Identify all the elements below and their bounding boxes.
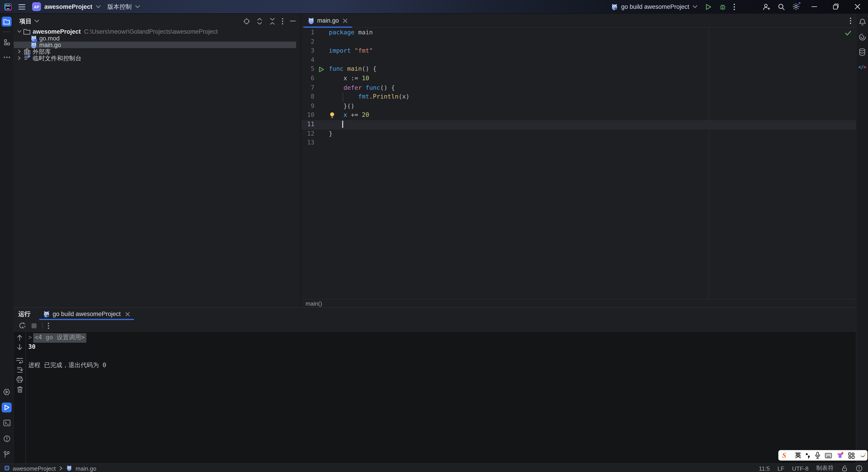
voice-input-icon[interactable] <box>815 452 820 459</box>
close-button[interactable] <box>850 0 865 13</box>
print-icon[interactable] <box>16 376 23 383</box>
code-line-6[interactable]: 6 x := 10 <box>301 74 856 84</box>
clear-all-icon[interactable] <box>16 386 23 393</box>
tree-item-go.mod[interactable]: go.mod <box>14 35 301 41</box>
console-options-icon[interactable] <box>48 322 49 329</box>
database-icon[interactable] <box>857 47 867 57</box>
line-number[interactable]: 1 <box>301 28 314 37</box>
intention-bulb-icon[interactable] <box>329 112 335 119</box>
panel-options-icon[interactable] <box>282 18 283 25</box>
line-number[interactable]: 5 <box>301 65 314 74</box>
ime-language-toggle[interactable]: 英 <box>795 451 801 460</box>
close-tab-icon[interactable] <box>343 18 348 23</box>
line-number[interactable]: 13 <box>301 138 314 148</box>
inspections-status-icon[interactable] <box>845 31 851 36</box>
line-number[interactable]: 10 <box>301 111 314 120</box>
tree-item-awesomeProject[interactable]: awesomeProjectC:\Users\meowr\GolandProje… <box>14 28 301 35</box>
status-file[interactable]: main.go <box>76 465 96 471</box>
rerun-button[interactable] <box>19 322 26 329</box>
main-menu-icon[interactable] <box>18 4 26 10</box>
readonly-toggle-icon[interactable] <box>841 465 848 471</box>
scroll-to-end-icon[interactable] <box>16 367 23 373</box>
run-config-selector[interactable]: go build awesomeProject <box>611 3 698 10</box>
virtual-keyboard-icon[interactable] <box>825 452 832 458</box>
terminal-tool-button[interactable] <box>2 418 11 428</box>
code-line-7[interactable]: 7 defer func() { <box>301 84 856 93</box>
caret-position-widget[interactable]: 11:5 <box>759 465 770 471</box>
chevron-down-icon[interactable] <box>16 30 23 33</box>
endpoints-icon[interactable]: </> <box>857 62 867 72</box>
code-line-9[interactable]: 9 }() <box>301 102 856 111</box>
project-switcher[interactable]: AP awesomeProject <box>32 2 101 11</box>
select-opened-file-icon[interactable] <box>243 18 250 25</box>
expand-fold-icon[interactable]: > <box>28 333 32 343</box>
next-occurrence-icon[interactable] <box>17 344 23 350</box>
line-separator-widget[interactable]: LF <box>778 465 784 471</box>
breadcrumb-item[interactable]: main() <box>306 300 322 307</box>
collapse-all-icon[interactable] <box>269 18 276 25</box>
more-actions-icon[interactable] <box>734 3 735 10</box>
editor-tab-options-icon[interactable] <box>850 17 851 24</box>
settings-icon[interactable] <box>792 3 800 10</box>
error-notifications-icon[interactable] <box>856 465 862 471</box>
code-line-5[interactable]: 5func main() { <box>301 65 856 74</box>
line-number[interactable]: 4 <box>301 56 314 65</box>
soft-wrap-icon[interactable] <box>16 357 23 364</box>
line-number[interactable]: 6 <box>301 74 314 84</box>
project-tool-button[interactable] <box>2 17 11 27</box>
punctuation-toggle-icon[interactable] <box>806 452 811 459</box>
code-with-me-icon[interactable] <box>763 3 771 10</box>
editor[interactable]: 1package main23import "fmt"45func main()… <box>301 28 856 299</box>
code-line-3[interactable]: 3import "fmt" <box>301 46 856 56</box>
close-run-tab-icon[interactable] <box>125 312 130 316</box>
chevron-right-icon[interactable] <box>16 56 23 60</box>
ime-emoji-icon[interactable] <box>859 451 867 459</box>
run-line-icon[interactable] <box>314 65 328 74</box>
expand-all-icon[interactable] <box>256 18 263 25</box>
encoding-widget[interactable]: UTF-8 <box>792 465 809 471</box>
restore-button[interactable] <box>829 0 843 13</box>
indent-widget[interactable]: 制表符 <box>816 464 834 472</box>
ime-skin-icon[interactable] <box>837 452 844 459</box>
search-everywhere-icon[interactable] <box>778 3 785 10</box>
line-number[interactable]: 7 <box>301 84 314 93</box>
ai-assistant-icon[interactable] <box>857 32 867 42</box>
prev-occurrence-icon[interactable] <box>17 334 23 341</box>
code-line-1[interactable]: 1package main <box>301 28 856 37</box>
sogou-logo-icon[interactable]: S <box>782 452 786 459</box>
tree-item-临时文件和控制台[interactable]: 临时文件和控制台 <box>14 55 301 61</box>
run-panel-title[interactable]: 运行 <box>18 310 31 318</box>
stop-button[interactable] <box>31 322 37 329</box>
run-tool-button[interactable] <box>2 402 11 412</box>
services-tool-button[interactable] <box>2 387 11 397</box>
version-control-tool-button[interactable] <box>2 449 11 459</box>
run-tab[interactable]: go build awesomeProject <box>39 308 134 320</box>
line-number[interactable]: 9 <box>301 102 314 111</box>
debug-button[interactable] <box>719 3 726 10</box>
structure-tool-button[interactable] <box>2 37 11 47</box>
chevron-right-icon[interactable] <box>16 49 23 54</box>
hide-panel-icon[interactable] <box>289 18 296 24</box>
breadcrumb[interactable]: main() <box>301 299 856 307</box>
line-number[interactable]: 8 <box>301 92 314 102</box>
folded-command[interactable]: <4 go 设置调用> <box>33 333 86 343</box>
console-output[interactable]: ><4 go 设置调用>30 进程 已完成，退出代码为 0 <box>26 332 856 464</box>
ime-toolbox-icon[interactable] <box>848 452 855 459</box>
console-line[interactable]: ><4 go 设置调用> <box>28 333 856 343</box>
line-number[interactable]: 3 <box>301 46 314 56</box>
code-line-8[interactable]: 8 fmt.Println(x) <box>301 92 856 102</box>
run-button[interactable] <box>705 3 712 10</box>
vcs-widget[interactable]: 版本控制 <box>107 2 140 11</box>
code-line-4[interactable]: 4 <box>301 56 856 65</box>
notifications-icon[interactable] <box>857 17 867 27</box>
line-number[interactable]: 11 <box>301 120 314 129</box>
project-panel-title[interactable]: 项目 <box>20 17 39 25</box>
minimize-button[interactable] <box>807 0 822 13</box>
code-line-12[interactable]: 12} <box>301 129 856 138</box>
status-module[interactable]: awesomeProject <box>13 465 56 471</box>
code-line-13[interactable]: 13 <box>301 138 856 148</box>
tree-item-main.go[interactable]: main.go <box>14 41 301 48</box>
line-number[interactable]: 12 <box>301 129 314 138</box>
more-tool-windows-button[interactable] <box>2 52 11 62</box>
tab-main-go[interactable]: main.go <box>303 14 352 27</box>
